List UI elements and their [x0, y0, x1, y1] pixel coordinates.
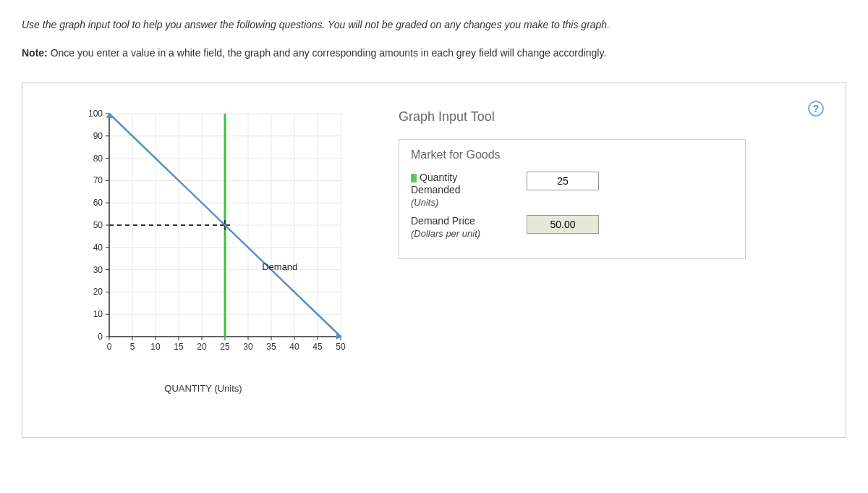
quantity-swatch-icon — [411, 174, 417, 182]
quantity-label-sub: (Units) — [411, 197, 438, 208]
note-prefix: Note: — [22, 47, 48, 59]
svg-text:15: 15 — [174, 342, 184, 352]
svg-text:10: 10 — [93, 309, 103, 319]
svg-text:35: 35 — [266, 342, 276, 352]
svg-text:Demand: Demand — [262, 261, 297, 272]
svg-text:10: 10 — [150, 342, 161, 352]
quantity-row: Quantity Demanded (Units) — [411, 172, 733, 208]
price-row: Demand Price (Dollars per unit) — [411, 215, 733, 240]
svg-text:30: 30 — [93, 265, 103, 275]
svg-text:60: 60 — [93, 198, 103, 208]
quantity-label-line2: Demanded — [411, 184, 461, 195]
quantity-label: Quantity Demanded (Units) — [411, 172, 527, 208]
price-label: Demand Price (Dollars per unit) — [411, 215, 527, 240]
note-text: Note: Once you enter a value in a white … — [22, 46, 846, 61]
svg-text:5: 5 — [130, 342, 135, 352]
svg-text:70: 70 — [93, 175, 103, 185]
instruction-text: Use the graph input tool to help you ans… — [22, 17, 846, 33]
svg-text:30: 30 — [243, 342, 253, 352]
svg-text:90: 90 — [93, 131, 103, 141]
price-label-sub: (Dollars per unit) — [411, 228, 480, 239]
tool-section: ? Graph Input Tool Market for Goods Quan… — [377, 105, 831, 394]
price-input[interactable] — [527, 215, 599, 234]
svg-text:40: 40 — [93, 243, 103, 253]
price-label-text: Demand Price — [411, 215, 475, 227]
tool-title: Graph Input Tool — [399, 109, 831, 125]
quantity-label-line1: Quantity — [420, 172, 457, 183]
svg-text:45: 45 — [312, 342, 323, 352]
x-axis-label: QUANTITY (Units) — [80, 383, 326, 394]
chart-svg[interactable]: 0510152025303540455001020304050607080901… — [80, 105, 355, 358]
svg-text:40: 40 — [289, 342, 299, 352]
svg-text:20: 20 — [197, 342, 207, 352]
chart-container[interactable]: 0510152025303540455001020304050607080901… — [80, 105, 355, 380]
tool-section-label: Market for Goods — [411, 148, 733, 161]
svg-text:100: 100 — [88, 109, 103, 119]
main-panel: PRICE (Dollars per unit) 051015202530354… — [22, 83, 846, 438]
svg-text:0: 0 — [98, 332, 103, 342]
svg-text:50: 50 — [336, 342, 346, 352]
svg-text:25: 25 — [220, 342, 230, 352]
help-icon[interactable]: ? — [808, 101, 824, 117]
note-body: Once you enter a value in a white field,… — [48, 47, 607, 59]
tool-box: Market for Goods Quantity Demanded (Unit… — [399, 139, 746, 259]
chart-section: PRICE (Dollars per unit) 051015202530354… — [37, 105, 377, 394]
svg-text:20: 20 — [93, 287, 103, 297]
svg-text:80: 80 — [93, 153, 103, 164]
quantity-input[interactable] — [527, 172, 599, 190]
svg-text:0: 0 — [107, 342, 112, 352]
svg-text:50: 50 — [93, 220, 103, 230]
